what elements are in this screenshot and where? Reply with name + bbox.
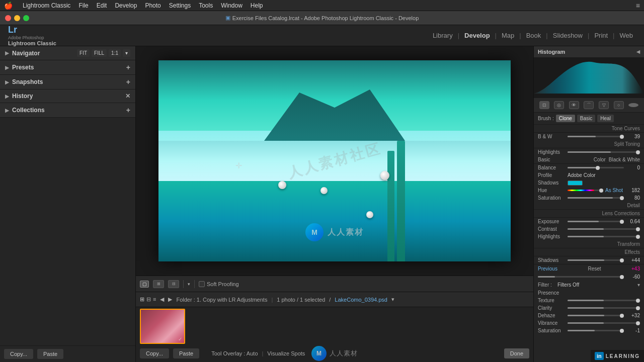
rad-filter-icon[interactable]: ○ bbox=[614, 101, 624, 109]
nav-library[interactable]: Library bbox=[430, 31, 456, 40]
exposure-label: Exposure bbox=[538, 219, 566, 224]
reset-label[interactable]: Reset bbox=[588, 266, 601, 272]
filmstrip-paste-button[interactable]: Paste bbox=[173, 348, 199, 358]
toggle-switch[interactable] bbox=[628, 103, 638, 107]
contrast-slider[interactable] bbox=[568, 228, 640, 230]
clarity-slider[interactable] bbox=[568, 307, 640, 309]
menu-develop[interactable]: Develop bbox=[115, 2, 137, 9]
close-button[interactable] bbox=[5, 15, 11, 21]
collections-header[interactable]: ▶ Collections + bbox=[0, 103, 135, 117]
shadows-adj-slider[interactable] bbox=[568, 259, 624, 261]
rr-logo: M 人人素材 bbox=[305, 223, 364, 241]
effects-title[interactable]: Effects bbox=[534, 248, 644, 256]
previous-button[interactable]: Previous bbox=[538, 266, 557, 272]
snapshots-header[interactable]: ▶ Snapshots + bbox=[0, 75, 135, 89]
filmstrip-nav-next[interactable]: ▶ bbox=[168, 296, 172, 303]
presets-add-button[interactable]: + bbox=[126, 63, 130, 71]
tone-curves-title[interactable]: Tone Curves bbox=[534, 125, 644, 133]
nav-1to1-button[interactable]: 1:1 bbox=[109, 49, 121, 57]
highlights-slider[interactable] bbox=[568, 151, 640, 153]
grad-filter-icon[interactable]: ▽ bbox=[599, 101, 609, 109]
nav-fit-button[interactable]: FIT bbox=[77, 49, 90, 57]
basic-tab[interactable]: Basic bbox=[577, 115, 595, 122]
filmstrip-list-icon[interactable]: ⊟ bbox=[146, 296, 151, 303]
filmstrip-filename[interactable]: LakeComo_0394.psd bbox=[335, 297, 387, 303]
menu-edit[interactable]: Edit bbox=[97, 2, 107, 9]
filmstrip-filename-dropdown[interactable]: ▾ bbox=[391, 296, 394, 303]
nav-print[interactable]: Print bbox=[591, 31, 611, 40]
done-button[interactable]: Done bbox=[504, 348, 529, 358]
soft-proofing-toggle[interactable]: Soft Proofing bbox=[199, 281, 239, 287]
vibrance-slider[interactable] bbox=[568, 322, 640, 324]
copy-button[interactable]: Copy... bbox=[4, 349, 33, 359]
collections-arrow: ▶ bbox=[5, 108, 9, 113]
texture-slider[interactable] bbox=[568, 300, 640, 301]
menu-photo[interactable]: Photo bbox=[145, 2, 160, 9]
detail-title[interactable]: Detail bbox=[534, 202, 644, 210]
nav-fill-button[interactable]: FILL bbox=[92, 49, 107, 57]
maximize-button[interactable] bbox=[23, 15, 29, 21]
apple-menu[interactable]: 🍎 bbox=[4, 2, 13, 10]
bw-tab-link[interactable]: Black & White bbox=[609, 157, 640, 162]
nav-zoom-dropdown[interactable]: ▾ bbox=[123, 49, 130, 57]
bw-slider[interactable] bbox=[568, 136, 624, 137]
menu-settings[interactable]: Settings bbox=[169, 2, 191, 9]
menu-file[interactable]: File bbox=[78, 2, 88, 9]
blacks-slider[interactable] bbox=[538, 276, 624, 278]
color-tab-link[interactable]: Color bbox=[594, 157, 606, 162]
filmstrip-copy-button[interactable]: Copy... bbox=[140, 348, 169, 358]
filmstrip-film-icon[interactable]: ≡ bbox=[153, 296, 156, 303]
filter-row: Filter : Filters Off ▾ bbox=[534, 281, 644, 289]
nav-web[interactable]: Web bbox=[617, 31, 636, 40]
filmstrip-grid-icon[interactable]: ⊞ bbox=[140, 296, 144, 303]
highlights-adj-slider[interactable] bbox=[568, 236, 640, 237]
nav-book[interactable]: Book bbox=[523, 31, 544, 40]
compare-tool-icon[interactable]: ⊟ bbox=[168, 280, 179, 288]
clone-tab[interactable]: Clone bbox=[556, 115, 575, 122]
filter-dropdown[interactable]: ▾ bbox=[637, 282, 640, 288]
paste-button[interactable]: Paste bbox=[37, 349, 63, 359]
filmstrip-thumb-0[interactable] bbox=[140, 309, 185, 344]
dehaze-slider[interactable] bbox=[568, 315, 624, 316]
vibrance-row: Vibrance bbox=[534, 319, 644, 327]
hue-slider[interactable] bbox=[568, 190, 603, 191]
history-header[interactable]: ▶ History ✕ bbox=[0, 89, 135, 103]
history-close-button[interactable]: ✕ bbox=[125, 93, 130, 100]
saturation-bottom-slider[interactable] bbox=[568, 330, 624, 331]
spot-removal-icon[interactable]: ◎ bbox=[554, 101, 564, 109]
collections-add-button[interactable]: + bbox=[126, 106, 130, 114]
basic-tab-link[interactable]: Basic bbox=[538, 157, 550, 162]
minimize-button[interactable] bbox=[14, 15, 20, 21]
toolbar-dropdown[interactable]: ▾ bbox=[188, 282, 190, 287]
menu-lightroom[interactable]: Lightroom Classic bbox=[23, 2, 70, 9]
crop-tool-icon[interactable]: ⊡ bbox=[539, 101, 549, 109]
snapshots-add-button[interactable]: + bbox=[126, 78, 130, 86]
collections-label: Collections bbox=[12, 107, 45, 114]
heal-tab[interactable]: Heal bbox=[597, 115, 614, 122]
menu-help[interactable]: Help bbox=[251, 2, 263, 9]
navigator-header[interactable]: ▶ Navigator FIT FILL 1:1 ▾ bbox=[0, 46, 135, 60]
saturation-slider[interactable] bbox=[568, 197, 624, 199]
as-shot-label[interactable]: As Shot bbox=[605, 188, 623, 193]
photo-canvas[interactable]: 人人素材社区 M 人人素材 bbox=[158, 60, 511, 261]
histogram-header[interactable]: Histogram ◀ bbox=[534, 46, 644, 57]
redeye-icon[interactable]: 👁 bbox=[569, 101, 579, 109]
exposure-slider[interactable] bbox=[568, 221, 624, 222]
shadows-color-swatch[interactable] bbox=[568, 180, 583, 186]
split-toning-title[interactable]: Split Toning bbox=[534, 140, 644, 148]
nav-slideshow[interactable]: Slideshow bbox=[550, 31, 586, 40]
brush-tool-icon[interactable]: ⌒ bbox=[584, 101, 594, 109]
grid-tool-icon[interactable]: ⊞ bbox=[153, 280, 164, 288]
loupe-tool-icon[interactable]: ▢ bbox=[140, 281, 149, 288]
menu-window[interactable]: Window bbox=[221, 2, 243, 9]
lens-corrections-title[interactable]: Lens Corrections bbox=[534, 210, 644, 218]
balance-slider[interactable] bbox=[568, 167, 624, 168]
soft-proof-checkbox[interactable] bbox=[199, 281, 205, 287]
presets-header[interactable]: ▶ Presets + bbox=[0, 60, 135, 74]
filmstrip-nav-prev[interactable]: ◀ bbox=[160, 296, 164, 303]
nav-develop[interactable]: Develop bbox=[461, 31, 493, 40]
menu-tools[interactable]: Tools bbox=[199, 2, 213, 9]
history-section: ▶ History ✕ bbox=[0, 89, 135, 103]
nav-map[interactable]: Map bbox=[499, 31, 517, 40]
transform-title[interactable]: Transform bbox=[534, 240, 644, 248]
